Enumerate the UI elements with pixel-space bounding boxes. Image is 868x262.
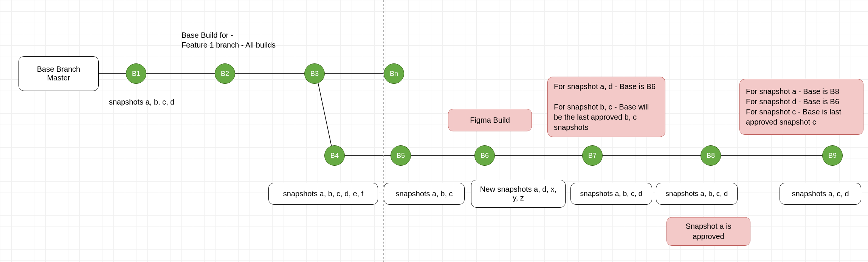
snapshots-box-b7: snapshots a, b, c, d (570, 183, 652, 205)
note-figma-build: Figma Build (448, 109, 532, 131)
build-b2: B2 (215, 63, 235, 84)
root-box: Base Branch Master (19, 56, 99, 91)
build-b7: B7 (582, 145, 603, 166)
build-b5: B5 (391, 145, 411, 166)
build-b6: B6 (474, 145, 495, 166)
build-b4: B4 (324, 145, 345, 166)
root-line1: Base Branch (37, 65, 81, 74)
base-build-label: Base Build for - Feature 1 branch - All … (181, 30, 276, 50)
svg-line-4 (318, 82, 332, 146)
note-b9: For snapshot a - Base is B8 For snapshot… (739, 79, 863, 135)
diagram-canvas: Base Branch Master Base Build for - Feat… (0, 0, 868, 262)
note-b8: Snapshot a is approved (666, 217, 750, 246)
snapshots-box-b5: snapshots a, b, c (384, 183, 465, 205)
snapshots-box-b9: snapshots a, c, d (780, 183, 861, 205)
build-b3: B3 (304, 63, 325, 84)
build-b1: B1 (126, 63, 146, 84)
build-b9: B9 (822, 145, 843, 166)
build-bn: Bn (384, 63, 404, 84)
snapshots-box-b8: snapshots a, b, c, d (656, 183, 738, 205)
snapshots-label-b1: snapshots a, b, c, d (109, 97, 174, 107)
note-b7: For snapshot a, d - Base is B6 For snaps… (547, 77, 665, 137)
snapshots-box-b4: snapshots a, b, c, d, e, f (268, 183, 378, 205)
build-b8: B8 (701, 145, 721, 166)
snapshots-box-b6: New snapshots a, d, x, y, z (471, 180, 566, 208)
root-line2: Master (47, 74, 70, 82)
